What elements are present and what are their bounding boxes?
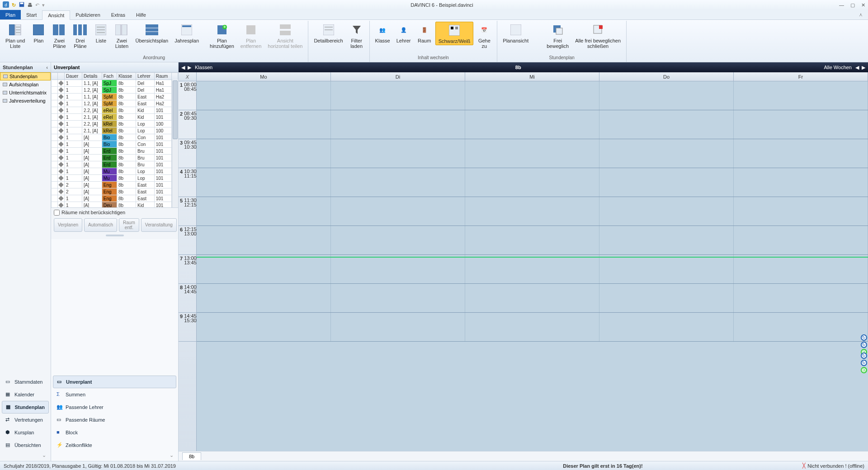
btn-detailbereich[interactable]: Detailbereich (311, 22, 345, 44)
btn-klasse[interactable]: 👥Klasse (373, 22, 393, 44)
nav-kursplan[interactable]: ⬢Kursplan (2, 426, 49, 439)
nav-stammdaten[interactable]: ▭Stammdaten (2, 376, 49, 388)
table-row[interactable]: 1[A]Erd8bBru101 (52, 148, 178, 155)
table-row[interactable]: 11.2, [A]SpJ8bDelHa1 (52, 87, 178, 94)
scrollbar-vertical[interactable] (172, 80, 178, 207)
minimize-button[interactable]: — (839, 2, 844, 8)
nav-vertretungen[interactable]: ⇄Vertretungen (2, 414, 49, 426)
tab-summen[interactable]: ΣSummen (53, 388, 176, 401)
ribbon-collapse-icon[interactable]: ⋏ (854, 10, 868, 19)
btn-plan[interactable]: Plan (28, 22, 48, 44)
nav-prev2-icon[interactable]: ◀ (180, 65, 186, 70)
tab-passende-lehrer[interactable]: 👥Passende Lehrer (53, 401, 176, 414)
btn-veranstaltung[interactable]: Veranstaltung (141, 218, 177, 232)
btn-verplanen[interactable]: Verplanen (54, 218, 82, 232)
schedule-row[interactable] (197, 168, 868, 197)
undo-icon[interactable]: ↶ (35, 2, 39, 8)
save-icon[interactable] (19, 1, 25, 9)
btn-alle-frei-schliessen[interactable]: Alle frei beweglichen schließen (572, 22, 623, 50)
col-fach[interactable]: Fach (102, 73, 117, 80)
btn-filter-laden[interactable]: Filter laden (347, 22, 367, 50)
schedule-row[interactable] (197, 255, 868, 284)
btn-gehe-zu[interactable]: 📅Gehe zu (474, 22, 494, 50)
table-row[interactable]: 11.1, [A]SpM8bEastHa2 (52, 94, 178, 100)
schedule-tab[interactable]: 8b (182, 452, 201, 460)
table-row[interactable]: 1[A]Mu8bLop101 (52, 175, 178, 182)
col-raum[interactable]: Raum (154, 73, 171, 80)
nav-stundenplan[interactable]: Stundenplan (0, 72, 51, 80)
splitter-handle[interactable] (54, 235, 175, 237)
table-row[interactable]: 1[A]Erd8bBru101 (52, 161, 178, 168)
btn-uebersichtsplan[interactable]: Übersichtsplan (132, 22, 171, 44)
window-title: DAVINCI 6 - Beispiel.davinci (45, 2, 839, 8)
table-row[interactable]: 12.2, [A]kRel8bLop100 (52, 121, 178, 127)
table-row[interactable]: 12.1, [A]eRel8bKid101 (52, 114, 178, 121)
table-row[interactable]: 1[A]Deu8bKid101 (52, 202, 178, 207)
table-row[interactable]: 1[A]Bio8bCon101 (52, 141, 178, 148)
tab-publizieren[interactable]: Publizieren (70, 10, 105, 19)
table-row[interactable]: 12.2, [A]eRel8bKid101 (52, 107, 178, 114)
btn-automatisch[interactable]: Automatisch (84, 218, 117, 232)
chk-raeume[interactable]: Räume nicht berücksichtigen (54, 210, 175, 216)
nav-week-next-icon[interactable]: ▶ (861, 65, 866, 70)
table-row[interactable]: 1[A]Erd8bBru101 (52, 155, 178, 161)
btn-raum[interactable]: 🚪Raum (415, 22, 434, 44)
tab-zeitkonflikte[interactable]: ⚡Zeitkonflikte (53, 439, 176, 451)
tab-ansicht[interactable]: Ansicht (42, 10, 70, 20)
btn-plan-hinzufuegen[interactable]: +Plan hinzufügen (207, 22, 237, 50)
btn-zwei-listen[interactable]: Zwei Listen (112, 22, 132, 50)
col-details[interactable]: Details (82, 73, 102, 80)
tab-hilfe[interactable]: Hilfe (131, 10, 151, 19)
nav-unterrichtsmatrix[interactable]: Unterrichtsmatrix (0, 89, 51, 97)
maximize-button[interactable]: ▢ (850, 2, 855, 8)
nav-kalender[interactable]: ▦Kalender (2, 388, 49, 401)
nav-jahresverteilung[interactable]: Jahresverteilung (0, 97, 51, 105)
table-row[interactable]: 12.1, [A]kRel8bLop100 (52, 127, 178, 134)
btn-lehrer[interactable]: 👤Lehrer (394, 22, 414, 44)
col-dauer[interactable]: Dauer (65, 73, 82, 80)
schedule-row[interactable] (197, 197, 868, 226)
nav-uebersichten[interactable]: ▤Übersichten (2, 439, 49, 451)
table-row[interactable]: 2[A]Eng8bEast101 (52, 182, 178, 188)
col-lehrer[interactable]: Lehrer (136, 73, 154, 80)
table-row[interactable]: 11.2, [A]SpM8bEastHa2 (52, 100, 178, 107)
schedule-row[interactable] (197, 110, 868, 139)
tab-block[interactable]: ■Block (53, 426, 176, 439)
schedule-row[interactable] (197, 313, 868, 342)
btn-schwarzweiss[interactable]: Schwarz/Weiß (435, 22, 474, 45)
tab-extras[interactable]: Extras (106, 10, 131, 19)
schedule-row[interactable] (197, 226, 868, 255)
table-row[interactable]: 1[A]Bio8bCon101 (52, 134, 178, 141)
btn-drei-plaene[interactable]: Drei Pläne (70, 22, 90, 50)
schedule-row[interactable] (197, 81, 868, 110)
btn-frei-beweglich[interactable]: Frei beweglich (544, 22, 571, 50)
btn-liste[interactable]: Liste (91, 22, 111, 44)
tab-unverplant[interactable]: ▭Unverplant (53, 376, 176, 388)
nav-next2-icon[interactable]: ▶ (187, 65, 192, 70)
tab-start[interactable]: Start (21, 10, 42, 19)
col-klasse[interactable]: Klasse (117, 73, 136, 80)
schedule-row[interactable] (197, 284, 868, 313)
tab-passende-raeume[interactable]: ▭Passende Räume (53, 414, 176, 426)
nav2-more-icon[interactable]: ⌄ (53, 451, 176, 459)
btn-plan-und-liste[interactable]: Plan und Liste (3, 22, 28, 50)
table-row[interactable]: 1[A]Mu8bLop101 (52, 168, 178, 175)
close-button[interactable]: ✕ (861, 2, 865, 8)
nav-week-prev-icon[interactable]: ◀ (854, 65, 860, 70)
table-row[interactable]: 2[A]Eng8bEast101 (52, 188, 178, 195)
schedule-grid[interactable] (197, 81, 868, 451)
btn-jahresplan[interactable]: Jahresplan (172, 22, 202, 44)
tab-plan[interactable]: Plan (0, 10, 21, 19)
nav-more-icon[interactable]: ⌄ (2, 451, 49, 459)
btn-raum-entf[interactable]: Raum entf. (119, 218, 139, 232)
chevron-left-icon[interactable]: ‹ (46, 65, 48, 70)
btn-zwei-plaene[interactable]: Zwei Pläne (49, 22, 69, 50)
schedule-row[interactable] (197, 139, 868, 168)
btn-planansicht[interactable]: Planansicht (500, 22, 531, 44)
table-row[interactable]: 11.1, [A]SpJ8bDelHa1 (52, 80, 178, 87)
nav-stundenplan2[interactable]: ▦Stundenplan (2, 401, 49, 414)
table-row[interactable]: 1[A]Eng8bEast101 (52, 195, 178, 202)
refresh-icon[interactable]: ↻ (12, 2, 16, 8)
nav-aufsichtsplan[interactable]: Aufsichtsplan (0, 80, 51, 89)
print-icon[interactable]: 🖶 (28, 2, 33, 8)
